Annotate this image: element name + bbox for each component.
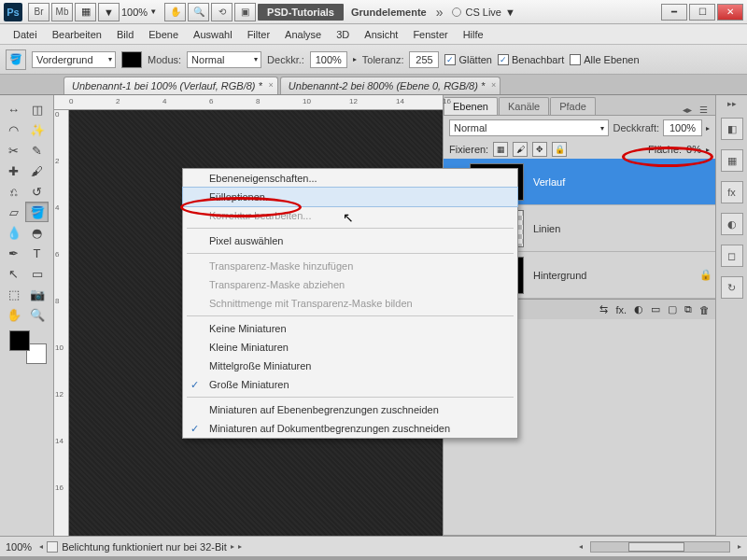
tab-pfade[interactable]: Pfade	[550, 97, 596, 115]
menu-filter[interactable]: Filter	[240, 26, 277, 43]
pen-tool[interactable]: ✒	[2, 243, 25, 263]
panel-collapse-icon[interactable]: ◂▸	[679, 105, 696, 115]
menu-hilfe[interactable]: Hilfe	[456, 26, 491, 43]
zoom-button[interactable]: 🔍	[188, 3, 209, 21]
path-tool[interactable]: ↖	[2, 263, 25, 284]
lock-all-icon[interactable]: 🔒	[552, 142, 567, 157]
3d-tool[interactable]: ⬚	[2, 284, 25, 304]
layers-footer-button[interactable]: 🗑	[699, 304, 710, 315]
fg-bg-colors[interactable]	[9, 330, 47, 364]
menu-ebene[interactable]: Ebene	[141, 26, 186, 43]
fill-source-select[interactable]: Vordergrund	[32, 51, 116, 68]
fill-swatch[interactable]	[121, 51, 142, 68]
layer-name[interactable]: Verlauf	[528, 176, 697, 188]
layer-blend-select[interactable]: Normal	[449, 119, 609, 136]
lock-transparency-icon[interactable]: ▦	[493, 142, 508, 157]
workspace-name[interactable]: Grundelemente	[351, 7, 427, 18]
menu-fenster[interactable]: Fenster	[405, 26, 455, 43]
adjustments-panel-icon[interactable]: ◐	[721, 213, 743, 235]
status-zoom[interactable]: 100%	[6, 541, 32, 553]
camera-tool[interactable]: 📷	[25, 284, 49, 304]
ruler-horizontal[interactable]: 0246810121416	[54, 95, 443, 110]
expand-icon[interactable]: »	[436, 5, 444, 20]
zoom-tool[interactable]: 🔍	[25, 304, 49, 325]
ctx-item[interactable]: Keine Miniaturen	[183, 319, 517, 338]
bucket-tool[interactable]: 🪣	[25, 202, 49, 222]
marquee-tool[interactable]: ◫	[25, 99, 49, 119]
fill-input[interactable]: 0%	[686, 144, 701, 155]
shape-tool[interactable]: ▭	[25, 263, 49, 284]
antialias-checkbox[interactable]: ✓Glätten	[444, 54, 491, 65]
bucket-tool-icon[interactable]: 🪣	[6, 49, 26, 70]
tolerance-input[interactable]: 255	[409, 51, 439, 68]
bridge-button[interactable]: Br	[28, 3, 49, 21]
dodge-tool[interactable]: ◓	[25, 222, 49, 243]
layers-footer-button[interactable]: ▭	[651, 303, 660, 315]
ctx-item[interactable]: Miniaturen auf Ebenenbegrenzungen zuschn…	[183, 400, 517, 419]
menu-3d[interactable]: 3D	[329, 26, 357, 43]
layers-footer-button[interactable]: ⧉	[684, 303, 692, 315]
layers-footer-button[interactable]: fx.	[615, 304, 627, 315]
type-tool[interactable]: T	[25, 243, 49, 263]
lasso-tool[interactable]: ◠	[2, 119, 25, 140]
close-tab-icon[interactable]: ×	[491, 80, 496, 90]
crop-tool[interactable]: ✂	[2, 140, 25, 161]
brush-tool[interactable]: 🖌	[25, 161, 49, 181]
rotate-view-button[interactable]: ⟲	[211, 3, 233, 21]
eyedropper-tool[interactable]: ✎	[25, 140, 49, 161]
layers-footer-button[interactable]: ▢	[668, 303, 677, 315]
menu-bearbeiten[interactable]: Bearbeiten	[45, 26, 109, 43]
tab-kanaele[interactable]: Kanäle	[499, 97, 549, 115]
blur-tool[interactable]: 💧	[2, 222, 25, 243]
ctx-item[interactable]: Große Miniaturen	[183, 375, 517, 394]
lock-pixels-icon[interactable]: 🖌	[513, 142, 528, 157]
heal-tool[interactable]: ✚	[2, 161, 25, 181]
ctx-item[interactable]: Kleine Miniaturen	[183, 338, 517, 357]
layers-footer-button[interactable]: ◐	[634, 303, 643, 315]
menu-analyse[interactable]: Analyse	[277, 26, 329, 43]
lock-position-icon[interactable]: ✥	[532, 142, 547, 157]
ctx-item[interactable]: Mittelgroße Miniaturen	[183, 357, 517, 375]
tab-ebenen[interactable]: Ebenen	[444, 97, 498, 115]
hand-button[interactable]: ✋	[164, 3, 186, 21]
workspace-tag[interactable]: PSD-Tutorials	[258, 4, 344, 21]
panel-menu-icon[interactable]: ☰	[696, 105, 712, 115]
opacity-input[interactable]: 100%	[310, 51, 347, 68]
contiguous-checkbox[interactable]: ✓Benachbart	[498, 54, 564, 65]
close-button[interactable]: ✕	[717, 4, 743, 21]
doctab-1[interactable]: Unbenannt-1 bei 100% (Verlauf, RGB/8) *×	[63, 77, 278, 94]
doctab-2[interactable]: Unbenannt-2 bei 800% (Ebene 0, RGB/8) *×	[280, 77, 500, 94]
ctx-item[interactable]: Miniaturen auf Dokumentbegrenzungen zusc…	[183, 419, 517, 438]
layer-name[interactable]: Hintergrund	[528, 270, 697, 281]
layers-footer-button[interactable]: ⇆	[599, 303, 608, 315]
menu-ansicht[interactable]: Ansicht	[357, 26, 405, 43]
ctx-item[interactable]: Pixel auswählen	[183, 231, 517, 250]
ctx-item[interactable]: Ebeneneigenschaften...	[183, 169, 517, 188]
arrange-button[interactable]: ▣	[234, 3, 256, 21]
ruler-vertical[interactable]: 0246810121416	[54, 110, 69, 536]
color-panel-icon[interactable]: ◧	[721, 118, 743, 140]
stamp-tool[interactable]: ⎌	[2, 181, 25, 202]
history-panel-icon[interactable]: ↻	[721, 276, 743, 299]
cslive-button[interactable]: CS Live▼	[452, 7, 514, 18]
hand-tool[interactable]: ✋	[2, 304, 25, 325]
masks-panel-icon[interactable]: ◻	[721, 245, 743, 267]
grid-button[interactable]: ▦	[75, 3, 96, 21]
ctx-item[interactable]: Fülloptionen...	[182, 187, 518, 207]
layer-opacity-input[interactable]: 100%	[663, 119, 702, 136]
menu-auswahl[interactable]: Auswahl	[186, 26, 240, 43]
maximize-button[interactable]: ☐	[689, 4, 715, 21]
zoom-combo[interactable]: 100%▼	[121, 7, 157, 18]
swatches-panel-icon[interactable]: ▦	[721, 149, 743, 172]
menu-datei[interactable]: Datei	[6, 26, 45, 43]
horizontal-scrollbar[interactable]	[590, 541, 730, 553]
move-tool[interactable]: ↔	[2, 99, 25, 119]
menu-bild[interactable]: Bild	[109, 26, 141, 43]
expand-panels-icon[interactable]: ▸▸	[727, 99, 737, 108]
styles-panel-icon[interactable]: fx	[721, 181, 743, 203]
minibridge-button[interactable]: Mb	[51, 3, 73, 21]
eraser-tool[interactable]: ▱	[2, 202, 25, 222]
close-tab-icon[interactable]: ×	[269, 80, 274, 90]
history-brush-tool[interactable]: ↺	[25, 181, 49, 202]
layer-name[interactable]: Linien	[528, 223, 697, 234]
